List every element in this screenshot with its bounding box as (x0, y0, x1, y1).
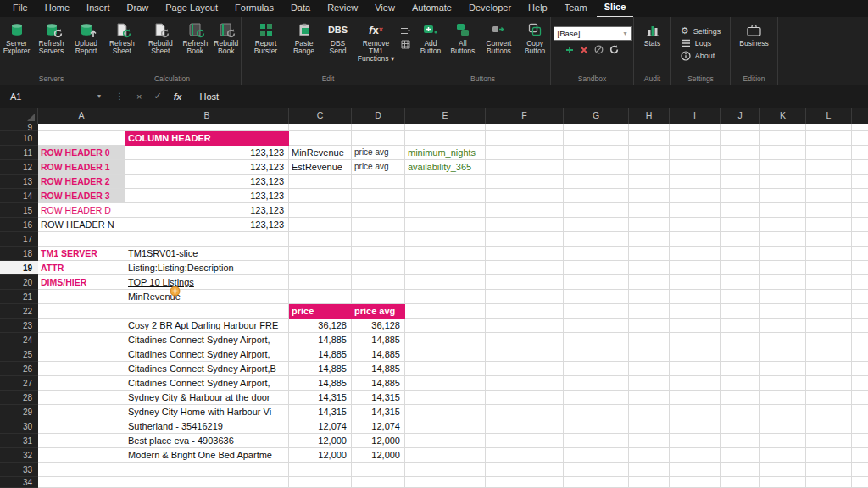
ribbon-button-stats[interactable]: Stats (637, 21, 669, 47)
cell-B26[interactable]: Citadines Connect Sydney Airport,B (125, 362, 289, 375)
menu-tab-formulas[interactable]: Formulas (227, 0, 281, 17)
refresh-small-icon[interactable] (609, 45, 619, 54)
slash-small-icon[interactable] (594, 45, 604, 54)
cell-B10[interactable]: COLUMN HEADER (125, 131, 289, 146)
insert-function-icon[interactable]: fx (168, 92, 188, 102)
cell-B30[interactable]: Sutherland - 35416219 (125, 419, 289, 433)
column-header-E[interactable]: E (405, 108, 486, 124)
ribbon-button-business[interactable]: Business (738, 21, 771, 47)
row-header-22[interactable]: 22 (0, 304, 38, 319)
cell-B32[interactable]: Modern & Bright One Bed Apartme (125, 448, 289, 462)
cell-B14[interactable]: 123,123 (125, 189, 289, 202)
column-header-H[interactable]: H (629, 108, 670, 124)
cell-D28[interactable]: 14,315 (352, 391, 405, 404)
menu-tab-help[interactable]: Help (520, 0, 555, 17)
cell-C23[interactable]: 36,128 (289, 319, 352, 332)
cell-A14[interactable]: ROW HEADER 3 (38, 189, 125, 202)
x-small-icon[interactable] (580, 46, 588, 54)
ribbon-button-dbs-send[interactable]: DBSDBS Send (322, 21, 354, 55)
enter-icon[interactable]: ✓ (147, 91, 167, 102)
ribbon-button-all-buttons[interactable]: All Buttons (448, 21, 478, 55)
cell-E12[interactable]: availability_365 (405, 160, 486, 174)
menu-tab-automate[interactable]: Automate (404, 0, 459, 17)
cell-A13[interactable]: ROW HEADER 2 (38, 175, 125, 188)
cell-A11[interactable]: ROW HEADER 0 (38, 146, 125, 159)
row-header-19[interactable]: 19 (0, 261, 38, 275)
menu-tab-insert[interactable]: Insert (79, 0, 118, 17)
ribbon-button-remove-tm1-functions[interactable]: fx×Remove TM1 Functions ▾ (356, 21, 397, 63)
menu-tab-review[interactable]: Review (320, 0, 365, 17)
cell-C29[interactable]: 14,315 (289, 405, 352, 419)
cell-B23[interactable]: Cosy 2 BR Apt Darling Harbour FRE (125, 319, 289, 332)
menu-tab-draw[interactable]: Draw (120, 0, 157, 17)
ribbon-button-rebuild-sheet[interactable]: Rebuild Sheet (142, 21, 180, 55)
cell-A16[interactable]: ROW HEADER N (38, 218, 125, 231)
cell-D29[interactable]: 14,315 (352, 405, 405, 419)
cell-B15[interactable]: 123,123 (125, 203, 289, 217)
cell-B28[interactable]: Sydney City & Harbour at the door (125, 391, 289, 404)
menu-tab-file[interactable]: File (5, 0, 36, 17)
cell-B20[interactable]: TOP 10 Listings (125, 275, 289, 289)
cell-C25[interactable]: 14,885 (289, 347, 352, 361)
cell-D32[interactable]: 12,000 (352, 448, 405, 462)
menu-tab-home[interactable]: Home (37, 0, 77, 17)
ribbon-button-copy-button[interactable]: Copy Button (520, 21, 550, 55)
cell-D27[interactable]: 14,885 (352, 376, 405, 390)
select-all-corner[interactable] (0, 108, 38, 124)
row-header-18[interactable]: 18 (0, 247, 38, 261)
menu-tab-slice[interactable]: Slice (597, 0, 634, 18)
cell-D25[interactable]: 14,885 (352, 347, 405, 361)
menu-tab-view[interactable]: View (367, 0, 403, 17)
cell-C11[interactable]: MinRevenue (289, 146, 352, 159)
column-header-L[interactable]: L (806, 108, 852, 124)
ribbon-button-report-burster[interactable]: Report Burster (246, 21, 287, 55)
row-header-16[interactable]: 16 (0, 218, 38, 232)
cancel-icon[interactable]: × (131, 92, 147, 102)
row-header-26[interactable]: 26 (0, 362, 38, 376)
ribbon-button-server-explorer[interactable]: Server Explorer (0, 21, 33, 55)
column-header-K[interactable]: K (760, 108, 806, 124)
cell-C27[interactable]: 14,885 (289, 376, 352, 390)
ribbon-button-about[interactable]: About (681, 51, 721, 61)
row-header-15[interactable]: 15 (0, 203, 38, 218)
column-header-I[interactable]: I (670, 108, 721, 124)
formula-input[interactable]: Host (187, 92, 868, 102)
cell-D23[interactable]: 36,128 (352, 319, 405, 332)
row-header-31[interactable]: 31 (0, 434, 38, 448)
row-header-17[interactable]: 17 (0, 232, 38, 247)
cell-C32[interactable]: 12,000 (289, 448, 352, 462)
cell-B27[interactable]: Citadines Connect Sydney Airport, (125, 376, 289, 390)
cell-A19[interactable]: ATTR (38, 261, 125, 274)
ribbon-button-upload-report[interactable]: Upload Report (70, 21, 103, 55)
cell-B16[interactable]: 123,123 (125, 218, 289, 231)
row-header-29[interactable]: 29 (0, 405, 38, 419)
ribbon-button-paste-range[interactable]: Paste Range (288, 21, 320, 55)
cell-C30[interactable]: 12,074 (289, 419, 352, 433)
row-header-11[interactable]: 11 (0, 146, 38, 160)
cell-B12[interactable]: 123,123 (125, 160, 289, 174)
grid-body[interactable]: COLUMN HEADERROW HEADER 0123,123MinReven… (38, 124, 868, 488)
column-header-G[interactable]: G (564, 108, 629, 124)
cell-E11[interactable]: minimum_nights (405, 146, 486, 159)
ribbon-button-convert-buttons[interactable]: Convert Buttons (480, 21, 518, 55)
menu-tab-data[interactable]: Data (283, 0, 318, 17)
plus-small-icon[interactable] (565, 46, 574, 54)
column-header-A[interactable]: A (38, 108, 125, 124)
ribbon-button-refresh-book[interactable]: Refresh Book (181, 21, 209, 55)
cell-D26[interactable]: 14,885 (352, 362, 405, 375)
ribbon-button-rebuild-book[interactable]: Rebuild Book (212, 21, 241, 55)
cell-D11[interactable]: price avg (352, 146, 405, 159)
grid-small-icon[interactable] (400, 40, 411, 49)
cell-C22[interactable]: price (289, 304, 352, 319)
row-header-23[interactable]: 23 (0, 319, 38, 333)
menu-tab-team[interactable]: Team (557, 0, 595, 17)
ribbon-button-settings[interactable]: ⚙Settings (681, 26, 721, 36)
row-header-32[interactable]: 32 (0, 448, 38, 463)
cell-C28[interactable]: 14,315 (289, 391, 352, 404)
row-header-14[interactable]: 14 (0, 189, 38, 203)
name-box[interactable]: A1 ▾ (0, 85, 108, 108)
cell-B29[interactable]: Sydney City Home with Harbour Vi (125, 405, 289, 419)
cell-B13[interactable]: 123,123 (125, 175, 289, 188)
column-header-F[interactable]: F (486, 108, 564, 124)
row-header-24[interactable]: 24 (0, 333, 38, 347)
